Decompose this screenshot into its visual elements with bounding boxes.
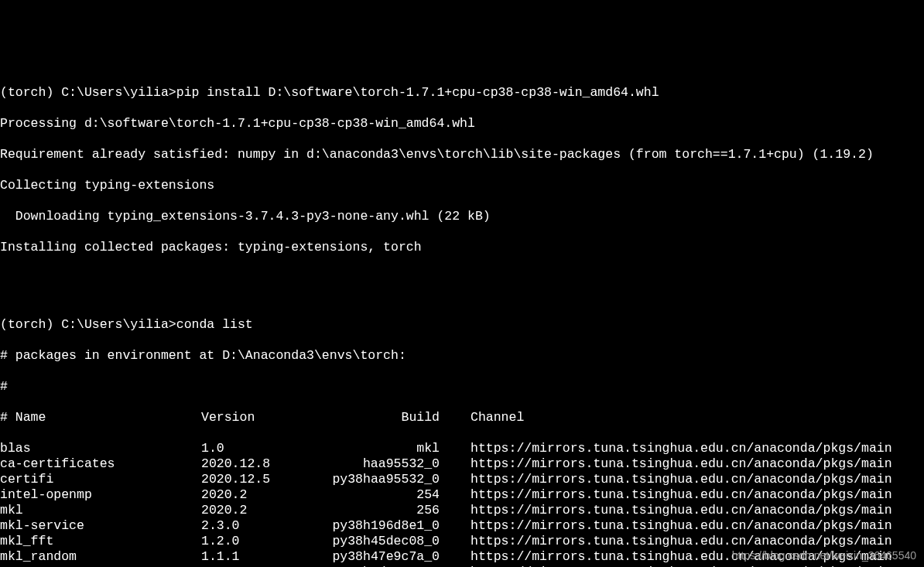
pkg-version: 2020.12.8	[201, 456, 325, 472]
pkg-name: intel-openmp	[0, 487, 201, 503]
table-row: certifi2020.12.5py38haa95532_0https://mi…	[0, 472, 924, 487]
conda-command-line: (torch) C:\Users\yilia>conda list	[0, 317, 924, 333]
table-row: mkl2020.2256https://mirrors.tuna.tsinghu…	[0, 503, 924, 518]
pkg-version: 1.1.1	[201, 549, 325, 565]
table-row: intel-openmp2020.2254https://mirrors.tun…	[0, 487, 924, 503]
pkg-name: mkl_random	[0, 549, 201, 565]
pkg-channel: https://mirrors.tuna.tsinghua.edu.cn/ana…	[471, 534, 892, 549]
table-row: blas1.0mklhttps://mirrors.tuna.tsinghua.…	[0, 441, 924, 456]
command-text: pip install D:\software\torch-1.7.1+cpu-…	[176, 85, 659, 100]
pkg-name: certifi	[0, 472, 201, 487]
comment-line: # packages in environment at D:\Anaconda…	[0, 348, 924, 364]
comment-line: #	[0, 379, 924, 395]
pkg-channel: https://mirrors.tuna.tsinghua.edu.cn/ana…	[471, 503, 892, 518]
pkg-name: ca-certificates	[0, 456, 201, 472]
pkg-channel: https://mirrors.tuna.tsinghua.edu.cn/ana…	[471, 456, 892, 472]
output-line: Downloading typing_extensions-3.7.4.3-py…	[0, 209, 924, 224]
table-row: mkl_fft1.2.0py38h45dec08_0https://mirror…	[0, 534, 924, 549]
output-line: Collecting typing-extensions	[0, 178, 924, 193]
pkg-build: haa95532_0	[325, 456, 440, 472]
header-name: # Name	[0, 410, 201, 425]
header-channel: Channel	[471, 410, 524, 425]
pip-command-line: (torch) C:\Users\yilia>pip install D:\so…	[0, 85, 924, 101]
pkg-version: 1.0	[201, 441, 325, 456]
header-version: Version	[201, 410, 325, 425]
pkg-name: mkl_fft	[0, 534, 201, 549]
table-row: ca-certificates2020.12.8haa95532_0https:…	[0, 456, 924, 472]
pkg-build: py38haa95532_0	[325, 472, 440, 487]
pkg-version: 2.3.0	[201, 518, 325, 534]
pkg-name: mkl	[0, 503, 201, 518]
pkg-name: mkl-service	[0, 518, 201, 534]
pkg-build: py38h47e9c7a_0	[325, 549, 440, 565]
pkg-channel: https://mirrors.tuna.tsinghua.edu.cn/ana…	[471, 472, 892, 487]
pkg-name: blas	[0, 441, 201, 456]
blank-line	[0, 286, 924, 302]
watermark: https://blog.csdn.net/weixin_36465540	[732, 548, 916, 563]
pkg-channel: https://mirrors.tuna.tsinghua.edu.cn/ana…	[471, 518, 892, 534]
prompt: (torch) C:\Users\yilia>	[0, 317, 176, 332]
pkg-channel: https://mirrors.tuna.tsinghua.edu.cn/ana…	[471, 487, 892, 503]
output-line: Processing d:\software\torch-1.7.1+cpu-c…	[0, 116, 924, 132]
pkg-build: 256	[325, 503, 440, 518]
pkg-build: py38h196d8e1_0	[325, 518, 440, 534]
pkg-build: py38h45dec08_0	[325, 534, 440, 549]
pkg-version: 2020.2	[201, 503, 325, 518]
pkg-version: 2020.12.5	[201, 472, 325, 487]
pkg-channel: https://mirrors.tuna.tsinghua.edu.cn/ana…	[471, 441, 892, 456]
table-row: mkl-service2.3.0py38h196d8e1_0https://mi…	[0, 518, 924, 534]
pkg-build: mkl	[325, 441, 440, 456]
terminal-output[interactable]: (torch) C:\Users\yilia>pip install D:\so…	[0, 70, 924, 567]
output-line: Installing collected packages: typing-ex…	[0, 240, 924, 255]
header-build: Build	[325, 410, 440, 425]
pkg-version: 2020.2	[201, 487, 325, 503]
command-text: conda list	[176, 317, 253, 332]
output-line: Requirement already satisfied: numpy in …	[0, 147, 924, 162]
table-header: # NameVersionBuildChannel	[0, 410, 924, 425]
pkg-version: 1.2.0	[201, 534, 325, 549]
prompt: (torch) C:\Users\yilia>	[0, 85, 176, 100]
pkg-build: 254	[325, 487, 440, 503]
